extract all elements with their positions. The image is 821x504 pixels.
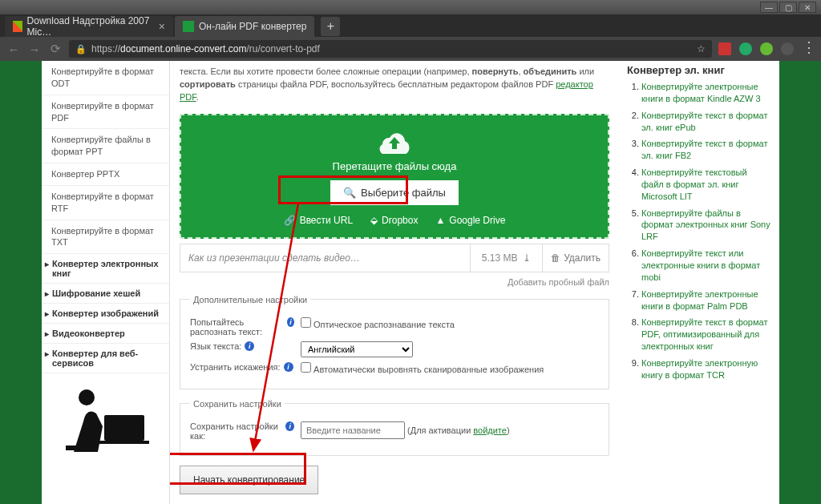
save-hint: (Для активации войдите) bbox=[407, 425, 510, 435]
choose-files-label: Выберите файлы bbox=[361, 187, 446, 199]
lang-label: Язык текста: bbox=[190, 341, 241, 351]
dropzone-title: Перетащите файлы сюда bbox=[189, 160, 600, 172]
tab-label: Он-лайн PDF конвертер bbox=[199, 21, 306, 32]
converter-link[interactable]: Конвертируйте текст в формат PDF, оптими… bbox=[641, 317, 767, 351]
list-item: Конвертируйте электронную книгу в формат… bbox=[641, 357, 771, 381]
gdrive-link[interactable]: ▲Google Drive bbox=[435, 215, 505, 226]
dropzone[interactable]: Перетащите файлы сюда 🔍 Выберите файлы 🔗… bbox=[180, 114, 609, 239]
additional-settings: Дополнительные настройки Попытайтесь рас… bbox=[180, 295, 609, 389]
fieldset-legend: Дополнительные настройки bbox=[190, 295, 310, 304]
silhouette-image bbox=[42, 373, 169, 466]
sidebar-item[interactable]: Конвертируйте в формат PDF bbox=[42, 95, 169, 130]
list-item: Конвертируйте текст или электронные книг… bbox=[641, 248, 771, 284]
extension-icon[interactable] bbox=[739, 42, 752, 55]
site-favicon-icon bbox=[183, 21, 194, 32]
info-icon[interactable]: i bbox=[284, 362, 293, 372]
converter-link[interactable]: Конвертируйте электронную книгу в формат… bbox=[641, 358, 758, 380]
address-bar[interactable]: 🔒 https:// document.online-convert.com /… bbox=[69, 40, 712, 58]
forward-icon[interactable]: → bbox=[27, 42, 42, 56]
close-icon[interactable]: × bbox=[159, 20, 165, 33]
svg-rect-3 bbox=[66, 446, 88, 450]
add-trial-file-link[interactable]: Добавить пробный файл bbox=[180, 277, 609, 287]
lang-select[interactable]: Английский bbox=[301, 341, 413, 357]
list-item: Конвертируйте электронные книги в формат… bbox=[641, 288, 771, 312]
svg-rect-0 bbox=[104, 415, 144, 441]
sidebar-item[interactable]: Конвертируйте в формат TXT bbox=[42, 220, 169, 255]
trash-icon: 🗑 bbox=[551, 252, 560, 264]
start-convert-button[interactable]: Начать конвертирование bbox=[180, 466, 318, 494]
cloud-upload-icon bbox=[376, 130, 413, 154]
viewport: Конвертируйте в формат ODT Конвертируйте… bbox=[0, 61, 821, 504]
browser-toolbar: ← → ⟳ 🔒 https:// document.online-convert… bbox=[0, 37, 821, 61]
sidebar-category[interactable]: Шифрование хешей bbox=[42, 284, 169, 304]
menu-icon[interactable]: ⋮ bbox=[802, 42, 815, 55]
sidebar-item[interactable]: Конвертируйте файлы в формат PPT bbox=[42, 129, 169, 163]
url-host: document.online-convert.com bbox=[120, 43, 246, 54]
dropzone-sources: 🔗Ввести URL ⬙Dropbox ▲Google Drive bbox=[189, 215, 600, 226]
sidebar-category[interactable]: Конвертер для веб-сервисов bbox=[42, 344, 169, 373]
reload-icon[interactable]: ⟳ bbox=[48, 42, 63, 56]
lock-icon: 🔒 bbox=[75, 44, 87, 54]
save-settings: Сохранить настройки Сохранить настройки … bbox=[180, 399, 609, 456]
sidebar-category[interactable]: Конвертер изображений bbox=[42, 304, 169, 324]
info-icon[interactable]: i bbox=[245, 341, 254, 351]
window-maximize[interactable]: ▢ bbox=[779, 2, 797, 13]
list-item: Конвертируйте текст в формат эл. книг eP… bbox=[641, 110, 771, 134]
login-link[interactable]: войдите bbox=[473, 425, 507, 435]
left-sidebar: Конвертируйте в формат ODT Конвертируйте… bbox=[42, 61, 170, 504]
list-item: Конвертируйте электронные книги в формат… bbox=[641, 81, 771, 105]
window-minimize[interactable]: — bbox=[760, 2, 778, 13]
sidebar-category[interactable]: Конвертер электронных книг bbox=[42, 254, 169, 284]
converter-link[interactable]: Конвертируйте электронные книги в формат… bbox=[641, 289, 758, 311]
uploaded-file-row: Как из презентации сделать видео… 5.13 M… bbox=[180, 244, 609, 272]
extension-icon[interactable] bbox=[760, 42, 773, 55]
converter-link[interactable]: Конвертируйте файлы в формат электронных… bbox=[641, 208, 770, 242]
delete-file-button[interactable]: 🗑Удалить bbox=[542, 244, 609, 272]
save-name-input[interactable] bbox=[301, 421, 405, 439]
tab-download[interactable]: Download Надстройка 2007 Mic… × bbox=[5, 16, 173, 37]
deskew-label: Устранить искажения: bbox=[190, 362, 281, 372]
dropbox-link[interactable]: ⬙Dropbox bbox=[370, 215, 418, 226]
deskew-desc: Автоматически выровнять сканированные из… bbox=[313, 365, 544, 374]
url-path: /ru/convert-to-pdf bbox=[246, 43, 319, 54]
list-item: Конвертируйте файлы в формат электронных… bbox=[641, 208, 771, 244]
tab-pdf-converter[interactable]: Он-лайн PDF конвертер bbox=[175, 16, 314, 37]
window-titlebar: — ▢ ✕ bbox=[0, 0, 821, 14]
choose-files-button[interactable]: 🔍 Выберите файлы bbox=[330, 180, 459, 205]
ocr-checkbox[interactable] bbox=[301, 317, 311, 328]
extension-icon[interactable] bbox=[718, 42, 731, 55]
ebook-converter-list: Конвертируйте электронные книги в формат… bbox=[627, 81, 771, 381]
right-sidebar: Конвертер эл. книг Конвертируйте электро… bbox=[619, 61, 779, 504]
list-item: Конвертируйте текстовый файл в формат эл… bbox=[641, 167, 771, 203]
fieldset-legend: Сохранить настройки bbox=[190, 399, 285, 409]
right-sidebar-heading: Конвертер эл. книг bbox=[627, 64, 771, 76]
converter-link[interactable]: Конвертируйте текстовый файл в формат эл… bbox=[641, 167, 747, 201]
extension-icon[interactable] bbox=[781, 42, 794, 55]
sidebar-item[interactable]: Конвертер PPTX bbox=[42, 163, 169, 186]
converter-link[interactable]: Конвертируйте электронные книги в формат… bbox=[641, 82, 761, 103]
deskew-checkbox[interactable] bbox=[301, 362, 311, 373]
list-item: Конвертируйте текст в формат PDF, оптими… bbox=[641, 317, 771, 353]
download-icon[interactable]: ⤓ bbox=[523, 252, 531, 264]
window-close[interactable]: ✕ bbox=[799, 2, 816, 13]
info-icon[interactable]: i bbox=[287, 317, 294, 327]
sidebar-item[interactable]: Конвертируйте в формат ODT bbox=[42, 61, 169, 95]
converter-link[interactable]: Конвертируйте текст в формат эл. книг FB… bbox=[641, 139, 767, 160]
new-tab-button[interactable]: + bbox=[321, 17, 340, 36]
converter-link[interactable]: Конвертируйте текст в формат эл. книг eP… bbox=[641, 111, 767, 132]
bookmark-star-icon[interactable]: ☆ bbox=[697, 43, 706, 54]
intro-text: текста. Если вы хотите провести более сл… bbox=[180, 61, 609, 114]
svg-point-2 bbox=[79, 389, 95, 405]
sidebar-item[interactable]: Конвертируйте в формат RTF bbox=[42, 186, 169, 220]
save-label: Сохранить настройки как: bbox=[190, 421, 282, 441]
list-item: Конвертируйте текст в формат эл. книг FB… bbox=[641, 138, 771, 162]
search-icon: 🔍 bbox=[343, 187, 356, 199]
sidebar-category[interactable]: Видеоконвертер bbox=[42, 324, 169, 344]
dropbox-icon: ⬙ bbox=[370, 215, 378, 226]
enter-url-link[interactable]: 🔗Ввести URL bbox=[284, 215, 353, 226]
tab-label: Download Надстройка 2007 Mic… bbox=[27, 15, 151, 38]
info-icon[interactable]: i bbox=[285, 421, 294, 431]
converter-link[interactable]: Конвертируйте текст или электронные книг… bbox=[641, 248, 760, 282]
link-icon: 🔗 bbox=[284, 215, 296, 226]
back-icon[interactable]: ← bbox=[6, 42, 21, 56]
